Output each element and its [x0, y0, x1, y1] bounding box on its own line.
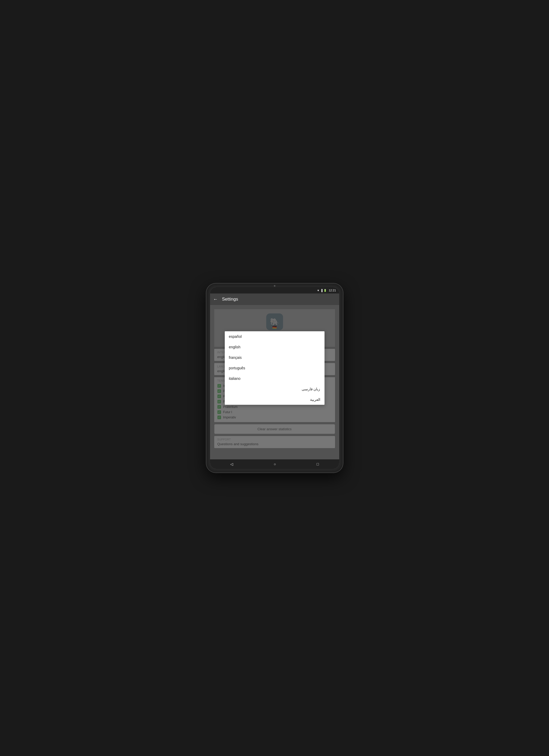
status-bar: ▼ ▐ 🔋 12:21: [210, 287, 339, 293]
toolbar: ← Settings: [210, 293, 339, 305]
device-screen: ▼ ▐ 🔋 12:21 ← Settings 🐘 🇩🇪 Verb: [210, 287, 339, 469]
nav-bar: ◁ ○ □: [210, 459, 339, 469]
status-time: 12:21: [329, 289, 336, 292]
device-frame: ▼ ▐ 🔋 12:21 ← Settings 🐘 🇩🇪 Verb: [206, 283, 343, 473]
dropdown-item-portugues[interactable]: português: [225, 363, 325, 373]
dropdown-item-francais[interactable]: français: [225, 352, 325, 363]
language-dropdown: español english français português itali…: [225, 331, 325, 405]
nav-back-button[interactable]: ◁: [225, 461, 238, 467]
signal-icon: ▐: [321, 289, 322, 292]
content-area: 🐘 🇩🇪 Verbentrainer Ver 1.0.0 Copyright ©…: [210, 305, 339, 459]
dropdown-item-persian[interactable]: زبان فارسی: [225, 384, 325, 394]
dropdown-item-espanol[interactable]: español: [225, 331, 325, 342]
nav-recents-button[interactable]: □: [311, 461, 324, 467]
toolbar-title: Settings: [222, 297, 238, 302]
wifi-icon: ▼: [317, 289, 320, 292]
camera: [274, 285, 275, 287]
nav-home-button[interactable]: ○: [269, 461, 281, 467]
dropdown-item-italiano[interactable]: italiano: [225, 373, 325, 384]
status-icons: ▼ ▐ 🔋 12:21: [317, 289, 336, 292]
dropdown-item-english[interactable]: english: [225, 342, 325, 352]
dropdown-item-arabic[interactable]: العربية: [225, 394, 325, 405]
battery-icon: 🔋: [323, 289, 327, 292]
back-button[interactable]: ←: [213, 297, 218, 302]
